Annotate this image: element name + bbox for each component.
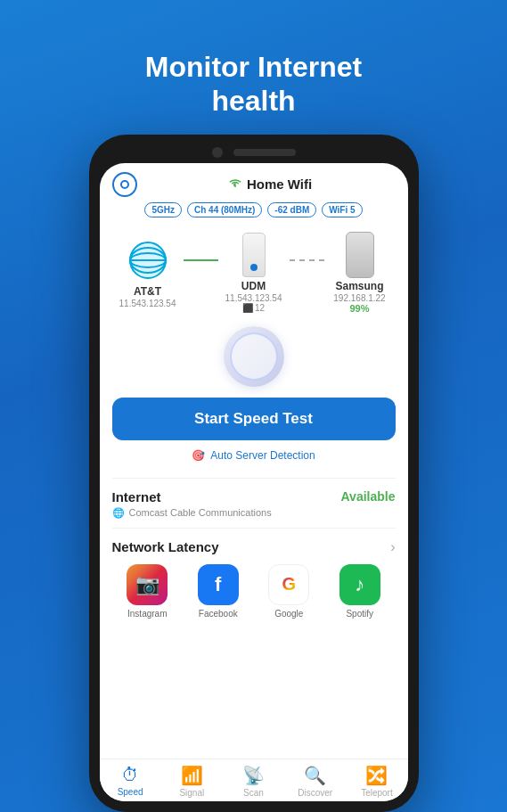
- nav-signal[interactable]: 📶 Signal: [161, 765, 223, 798]
- samsung-icon: [339, 232, 380, 278]
- top-bar: Home Wifi: [100, 163, 408, 202]
- scan-nav-icon: 📡: [242, 765, 265, 786]
- att-ip: 11.543.123.54: [119, 299, 176, 308]
- att-name: AT&T: [134, 285, 161, 298]
- connector-dashed: [290, 259, 324, 261]
- nav-teleport[interactable]: 🔀 Teleport: [346, 765, 407, 798]
- app-icons-row: 📷 Instagram f Facebook G Google ♪: [100, 562, 408, 626]
- app-facebook[interactable]: f Facebook: [198, 564, 239, 619]
- discover-nav-label: Discover: [298, 788, 332, 798]
- speed-gauge: [224, 326, 284, 387]
- node-samsung: Samsung 192.168.1.22 99%: [324, 232, 396, 314]
- header-title: Monitor Internet health: [145, 50, 363, 119]
- node-att: AT&T 11.543.123.54: [112, 237, 184, 308]
- att-icon: [127, 237, 168, 283]
- network-latency-title: Network Latency: [112, 539, 219, 554]
- start-speed-test-button[interactable]: Start Speed Test: [112, 398, 396, 440]
- auto-server-detection[interactable]: 🎯 Auto Server Detection: [192, 449, 315, 462]
- globe-icon: 🌐: [112, 507, 125, 519]
- nav-discover[interactable]: 🔍 Discover: [284, 765, 346, 798]
- internet-provider-row: 🌐 Comcast Cable Communications: [112, 507, 272, 519]
- nav-scan[interactable]: 📡 Scan: [223, 765, 284, 798]
- udm-name: UDM: [241, 280, 266, 292]
- tag-channel: Ch 44 (80MHz): [187, 202, 262, 217]
- google-icon: G: [268, 564, 309, 605]
- wifi-icon: [227, 176, 243, 192]
- facebook-icon: f: [198, 564, 239, 605]
- nav-speed[interactable]: ⏱ Speed: [100, 765, 161, 798]
- facebook-label: Facebook: [199, 609, 238, 619]
- tag-freq: 5GHz: [144, 202, 182, 217]
- app-instagram[interactable]: 📷 Instagram: [127, 564, 168, 619]
- divider-2: [112, 528, 396, 529]
- internet-status: Available: [341, 489, 396, 504]
- app-google[interactable]: G Google: [268, 564, 309, 619]
- spotify-label: Spotify: [346, 609, 373, 619]
- phone-device: Home Wifi 5GHz Ch 44 (80MHz) -62 dBM WiF…: [89, 135, 419, 812]
- tag-signal: -62 dBM: [267, 202, 316, 217]
- teleport-nav-label: Teleport: [361, 788, 393, 798]
- speed-test-area: Start Speed Test 🎯 Auto Server Detection: [100, 317, 408, 472]
- udm-devices: ⬛ 12: [242, 303, 265, 313]
- instagram-icon: 📷: [127, 564, 168, 605]
- network-latency-row[interactable]: Network Latency ›: [100, 534, 408, 562]
- chevron-right-icon: ›: [390, 539, 395, 555]
- bottom-nav: ⏱ Speed 📶 Signal 📡 Scan 🔍 Discover 🔀 Tel…: [100, 759, 408, 801]
- udm-icon: [233, 232, 274, 278]
- network-diagram: AT&T 11.543.123.54 UDM 11.543.123.54 ⬛ 1…: [100, 225, 408, 317]
- wifi-label: Home Wifi: [144, 176, 396, 192]
- internet-title: Internet: [112, 489, 272, 504]
- signal-nav-icon: 📶: [181, 765, 203, 786]
- phone-notch: [100, 147, 408, 158]
- internet-section[interactable]: Internet 🌐 Comcast Cable Communications …: [100, 484, 408, 522]
- target-icon: 🎯: [192, 449, 205, 462]
- divider-1: [112, 478, 396, 479]
- instagram-label: Instagram: [127, 609, 167, 619]
- discover-nav-icon: 🔍: [304, 765, 326, 786]
- teleport-nav-icon: 🔀: [365, 765, 388, 786]
- google-label: Google: [274, 609, 303, 619]
- samsung-ip: 192.168.1.22: [333, 293, 385, 303]
- samsung-name: Samsung: [335, 280, 383, 292]
- phone-camera: [212, 147, 223, 158]
- app-spotify[interactable]: ♪ Spotify: [339, 564, 380, 619]
- phone-speaker: [233, 149, 296, 156]
- phone-screen: Home Wifi 5GHz Ch 44 (80MHz) -62 dBM WiF…: [100, 163, 408, 801]
- status-circle[interactable]: [112, 172, 137, 197]
- tags-row: 5GHz Ch 44 (80MHz) -62 dBM WiFi 5: [100, 202, 408, 225]
- svg-point-0: [234, 185, 236, 187]
- node-udm: UDM 11.543.123.54 ⬛ 12: [218, 232, 290, 313]
- internet-provider: Comcast Cable Communications: [129, 507, 272, 518]
- connector-solid: [184, 259, 218, 261]
- spotify-icon: ♪: [339, 564, 380, 605]
- signal-nav-label: Signal: [179, 788, 204, 798]
- udm-ip: 11.543.123.54: [225, 293, 282, 303]
- speed-nav-label: Speed: [118, 787, 143, 797]
- speed-nav-icon: ⏱: [121, 765, 139, 785]
- wifi-ssid: Home Wifi: [247, 176, 312, 192]
- tag-wifi-version: WiFi 5: [322, 202, 362, 217]
- page-header: Monitor Internet health: [145, 25, 363, 119]
- internet-left: Internet 🌐 Comcast Cable Communications: [112, 489, 272, 519]
- samsung-status: 99%: [349, 303, 369, 314]
- scan-nav-label: Scan: [243, 788, 264, 798]
